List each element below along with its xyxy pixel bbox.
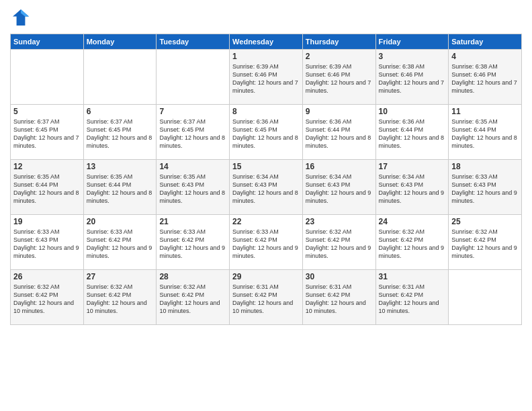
- cell-info: Sunrise: 6:35 AMSunset: 6:44 PMDaylight:…: [451, 118, 519, 150]
- day-number: 7: [159, 107, 226, 116]
- cell-info: Sunrise: 6:31 AMSunset: 6:42 PMDaylight:…: [232, 283, 300, 316]
- cell-info: Sunrise: 6:34 AMSunset: 6:43 PMDaylight:…: [306, 173, 373, 205]
- day-number: 23: [306, 217, 373, 226]
- cell-info: Sunrise: 6:32 AMSunset: 6:42 PMDaylight:…: [87, 283, 154, 316]
- cell-info: Sunrise: 6:31 AMSunset: 6:42 PMDaylight:…: [379, 283, 446, 316]
- col-thursday: Thursday: [302, 34, 375, 50]
- calendar-week-row: 12Sunrise: 6:35 AMSunset: 6:44 PMDayligh…: [11, 160, 522, 215]
- calendar-cell: 9Sunrise: 6:36 AMSunset: 6:44 PMDaylight…: [302, 105, 375, 160]
- day-number: 16: [306, 162, 373, 171]
- cell-info: Sunrise: 6:33 AMSunset: 6:43 PMDaylight:…: [13, 228, 81, 261]
- calendar-week-row: 19Sunrise: 6:33 AMSunset: 6:43 PMDayligh…: [11, 215, 522, 270]
- calendar-cell: 17Sunrise: 6:34 AMSunset: 6:43 PMDayligh…: [375, 160, 449, 215]
- calendar-cell: 10Sunrise: 6:36 AMSunset: 6:44 PMDayligh…: [375, 105, 449, 160]
- cell-info: Sunrise: 6:37 AMSunset: 6:45 PMDaylight:…: [13, 118, 81, 150]
- calendar-body: 1Sunrise: 6:39 AMSunset: 6:46 PMDaylight…: [11, 50, 522, 325]
- calendar-cell: 19Sunrise: 6:33 AMSunset: 6:43 PMDayligh…: [11, 215, 84, 270]
- day-number: 14: [159, 162, 226, 171]
- calendar-cell: 18Sunrise: 6:33 AMSunset: 6:43 PMDayligh…: [449, 160, 522, 215]
- day-number: 25: [451, 217, 519, 226]
- cell-info: Sunrise: 6:33 AMSunset: 6:42 PMDaylight:…: [232, 228, 300, 261]
- day-number: 20: [87, 217, 154, 226]
- calendar-cell: 21Sunrise: 6:33 AMSunset: 6:42 PMDayligh…: [157, 215, 230, 270]
- calendar-cell: [11, 50, 84, 105]
- calendar-cell: 15Sunrise: 6:34 AMSunset: 6:43 PMDayligh…: [230, 160, 303, 215]
- day-number: 15: [232, 162, 300, 171]
- header-row: Sunday Monday Tuesday Wednesday Thursday…: [11, 34, 522, 50]
- calendar-cell: 28Sunrise: 6:32 AMSunset: 6:42 PMDayligh…: [157, 270, 230, 325]
- calendar-cell: 20Sunrise: 6:33 AMSunset: 6:42 PMDayligh…: [83, 215, 157, 270]
- cell-info: Sunrise: 6:39 AMSunset: 6:46 PMDaylight:…: [306, 62, 373, 95]
- cell-info: Sunrise: 6:38 AMSunset: 6:46 PMDaylight:…: [451, 62, 519, 95]
- day-number: 28: [159, 272, 226, 281]
- cell-info: Sunrise: 6:35 AMSunset: 6:44 PMDaylight:…: [13, 173, 81, 205]
- cell-info: Sunrise: 6:35 AMSunset: 6:44 PMDaylight:…: [87, 173, 154, 205]
- day-number: 17: [379, 162, 446, 171]
- calendar-cell: 4Sunrise: 6:38 AMSunset: 6:46 PMDaylight…: [449, 50, 522, 105]
- calendar-cell: 22Sunrise: 6:33 AMSunset: 6:42 PMDayligh…: [230, 215, 303, 270]
- day-number: 10: [379, 107, 446, 116]
- day-number: 11: [451, 107, 519, 116]
- cell-info: Sunrise: 6:35 AMSunset: 6:43 PMDaylight:…: [159, 173, 226, 205]
- cell-info: Sunrise: 6:32 AMSunset: 6:42 PMDaylight:…: [379, 228, 446, 261]
- calendar-cell: 7Sunrise: 6:37 AMSunset: 6:45 PMDaylight…: [157, 105, 230, 160]
- cell-info: Sunrise: 6:32 AMSunset: 6:42 PMDaylight:…: [159, 283, 226, 316]
- calendar-cell: 25Sunrise: 6:32 AMSunset: 6:42 PMDayligh…: [449, 215, 522, 270]
- cell-info: Sunrise: 6:31 AMSunset: 6:42 PMDaylight:…: [306, 283, 373, 316]
- day-number: 26: [13, 272, 81, 281]
- day-number: 9: [306, 107, 373, 116]
- day-number: 6: [87, 107, 154, 116]
- calendar-cell: 1Sunrise: 6:39 AMSunset: 6:46 PMDaylight…: [230, 50, 303, 105]
- cell-info: Sunrise: 6:33 AMSunset: 6:42 PMDaylight:…: [87, 228, 154, 261]
- cell-info: Sunrise: 6:36 AMSunset: 6:44 PMDaylight:…: [379, 118, 446, 150]
- day-number: 27: [87, 272, 154, 281]
- day-number: 5: [13, 107, 81, 116]
- col-saturday: Saturday: [449, 34, 522, 50]
- day-number: 18: [451, 162, 519, 171]
- logo-icon: [10, 7, 32, 28]
- calendar-cell: 23Sunrise: 6:32 AMSunset: 6:42 PMDayligh…: [302, 215, 375, 270]
- col-monday: Monday: [83, 34, 157, 50]
- cell-info: Sunrise: 6:33 AMSunset: 6:43 PMDaylight:…: [451, 173, 519, 205]
- calendar-table: Sunday Monday Tuesday Wednesday Thursday…: [10, 34, 522, 325]
- calendar-cell: [157, 50, 230, 105]
- cell-info: Sunrise: 6:32 AMSunset: 6:42 PMDaylight:…: [306, 228, 373, 261]
- calendar-cell: 27Sunrise: 6:32 AMSunset: 6:42 PMDayligh…: [83, 270, 157, 325]
- calendar-cell: 30Sunrise: 6:31 AMSunset: 6:42 PMDayligh…: [302, 270, 375, 325]
- calendar-cell: 13Sunrise: 6:35 AMSunset: 6:44 PMDayligh…: [83, 160, 157, 215]
- cell-info: Sunrise: 6:37 AMSunset: 6:45 PMDaylight:…: [87, 118, 154, 150]
- logo: [10, 7, 34, 28]
- day-number: 22: [232, 217, 300, 226]
- calendar-cell: 24Sunrise: 6:32 AMSunset: 6:42 PMDayligh…: [375, 215, 449, 270]
- calendar-cell: 14Sunrise: 6:35 AMSunset: 6:43 PMDayligh…: [157, 160, 230, 215]
- calendar-cell: 6Sunrise: 6:37 AMSunset: 6:45 PMDaylight…: [83, 105, 157, 160]
- day-number: 8: [232, 107, 300, 116]
- day-number: 19: [13, 217, 81, 226]
- calendar-cell: 31Sunrise: 6:31 AMSunset: 6:42 PMDayligh…: [375, 270, 449, 325]
- cell-info: Sunrise: 6:33 AMSunset: 6:42 PMDaylight:…: [159, 228, 226, 261]
- calendar-week-row: 26Sunrise: 6:32 AMSunset: 6:42 PMDayligh…: [11, 270, 522, 325]
- calendar-cell: 12Sunrise: 6:35 AMSunset: 6:44 PMDayligh…: [11, 160, 84, 215]
- calendar-cell: 11Sunrise: 6:35 AMSunset: 6:44 PMDayligh…: [449, 105, 522, 160]
- cell-info: Sunrise: 6:39 AMSunset: 6:46 PMDaylight:…: [232, 62, 300, 95]
- col-friday: Friday: [375, 34, 449, 50]
- calendar-cell: 3Sunrise: 6:38 AMSunset: 6:46 PMDaylight…: [375, 50, 449, 105]
- day-number: 30: [306, 272, 373, 281]
- calendar-week-row: 1Sunrise: 6:39 AMSunset: 6:46 PMDaylight…: [11, 50, 522, 105]
- col-sunday: Sunday: [11, 34, 84, 50]
- cell-info: Sunrise: 6:32 AMSunset: 6:42 PMDaylight:…: [451, 228, 519, 261]
- day-number: 3: [379, 52, 446, 61]
- day-number: 21: [159, 217, 226, 226]
- cell-info: Sunrise: 6:34 AMSunset: 6:43 PMDaylight:…: [379, 173, 446, 205]
- calendar-cell: 8Sunrise: 6:36 AMSunset: 6:45 PMDaylight…: [230, 105, 303, 160]
- page-header: [10, 7, 522, 28]
- day-number: 31: [379, 272, 446, 281]
- day-number: 1: [232, 52, 300, 61]
- day-number: 12: [13, 162, 81, 171]
- calendar-cell: [449, 270, 522, 325]
- page-container: Sunday Monday Tuesday Wednesday Thursday…: [0, 0, 532, 332]
- cell-info: Sunrise: 6:34 AMSunset: 6:43 PMDaylight:…: [232, 173, 300, 205]
- cell-info: Sunrise: 6:37 AMSunset: 6:45 PMDaylight:…: [159, 118, 226, 150]
- day-number: 29: [232, 272, 300, 281]
- day-number: 4: [451, 52, 519, 61]
